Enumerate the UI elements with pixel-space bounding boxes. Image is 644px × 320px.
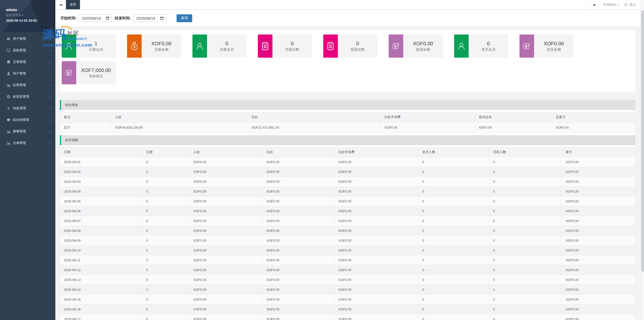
logout-button[interactable]: 退出 xyxy=(622,3,640,7)
table-cell: 0 xyxy=(142,177,190,187)
sidebar-item-4[interactable]: 运营管理‹ xyxy=(0,79,55,91)
sidebar-item-7[interactable]: 站内信管理‹ xyxy=(0,114,55,126)
table-cell: XOF0.00 xyxy=(562,226,635,236)
table-cell: XOF0.00 xyxy=(189,314,262,320)
table-row: 2025-08-090XOF0.00XOF0.00XOF0.0000XOF0.0… xyxy=(60,236,635,245)
table-cell: XOF0.00 xyxy=(263,314,335,320)
table-cell: 2025-08-16 xyxy=(60,304,142,314)
table-cell: 2025-08-13 xyxy=(60,275,142,285)
table-cell: XOF0.00 xyxy=(334,216,418,226)
table-cell: 0 xyxy=(142,216,190,226)
column-header: 盈亏 xyxy=(562,147,635,157)
table-cell: 2025-08-04 xyxy=(60,187,142,196)
globe-icon xyxy=(6,95,11,98)
stat-label: 充值次数 xyxy=(285,47,299,52)
table-cell: 2025-08-08 xyxy=(60,226,142,236)
table-cell: 0 xyxy=(142,226,190,236)
stat-value: 1 xyxy=(95,41,97,47)
stat-card-recharge-amount: XOF0.00充值金额 xyxy=(127,34,181,58)
start-date-value: 2025/08/14 xyxy=(82,16,101,20)
table-cell: 0 xyxy=(418,216,489,226)
table-cell: 0 xyxy=(418,265,489,275)
table-cell: 0 xyxy=(418,157,489,167)
table-cell: 0 xyxy=(142,275,190,285)
vertical-scrollbar-track[interactable] xyxy=(640,0,644,320)
sidebar-item-3[interactable]: 用户管理‹ xyxy=(0,68,55,79)
table-cell: XOF0.00 xyxy=(263,177,335,187)
table-cell: XOF0.00 xyxy=(263,236,335,245)
table-cell: 2025-08-11 xyxy=(60,255,142,265)
sidebar-item-2[interactable]: 文章管理‹ xyxy=(0,56,55,68)
vertical-scrollbar-thumb[interactable] xyxy=(641,10,644,272)
stat-label: 首充会员 xyxy=(481,47,496,52)
table-cell: XOF0.00 xyxy=(189,177,262,187)
table-cell: 0 xyxy=(489,245,562,255)
table-cell: XOF21,472,601.00 xyxy=(248,122,380,133)
sidebar: admin 超级管理员▾ 2025-08-14 02:10:03 用户管理系统管… xyxy=(0,0,55,320)
table-cell: XOF0.00 xyxy=(334,304,418,314)
profile-role-label: 超级管理员 xyxy=(6,13,21,17)
table-cell: XOF0.00 xyxy=(552,122,635,133)
table-row: 2025-08-130XOF0.00XOF0.00XOF0.0000XOF0.0… xyxy=(60,275,635,285)
sidebar-item-label: 用户管理 xyxy=(13,71,26,76)
table-cell: 0 xyxy=(489,196,562,206)
table-cell: XOF0.00 xyxy=(334,314,418,320)
stat-label: 首充金额 xyxy=(547,47,561,52)
table-cell: 0 xyxy=(489,236,562,245)
calendar-icon[interactable] xyxy=(106,16,109,20)
table-cell: XOF0.00 xyxy=(562,216,635,226)
sidebar-item-1[interactable]: 系统管理‹ xyxy=(0,45,55,56)
chevron-down-icon: ▾ xyxy=(617,3,619,6)
stat-label: 提现次数 xyxy=(351,47,365,52)
stats-panel: 1注册会员XOF0.00充值金额0充值会员0充值次数0提现次数XOF0.00提现… xyxy=(60,30,635,92)
table-cell: 0 xyxy=(489,275,562,285)
sidebar-item-6[interactable]: ¥转盘管理‹ xyxy=(0,102,55,114)
table-cell: 2025-08-15 xyxy=(60,295,142,304)
table-cell: XOF0.00 xyxy=(263,275,335,285)
table-cell: XOF0.00 xyxy=(263,216,335,226)
table-cell: 0 xyxy=(489,177,562,187)
member-icon xyxy=(62,34,76,58)
stat-card-body: XOF0.00充值金额 xyxy=(142,34,181,58)
table-cell: 1 xyxy=(142,285,190,295)
sidebar-item-0[interactable]: 用户管理 xyxy=(0,33,55,45)
table-cell: 2025-08-06 xyxy=(60,206,142,216)
table-cell: 0 xyxy=(489,314,562,320)
double-left-arrow-icon: ◀◀ xyxy=(59,4,62,6)
stat-card-valid-bets: XOF7,000.00有效投注 xyxy=(62,61,116,84)
sidebar-item-5[interactable]: 多语言管理‹ xyxy=(0,91,55,102)
collapse-tabs-left-button[interactable]: ◀◀ xyxy=(55,0,66,9)
column-header: 盘内总余 xyxy=(475,112,552,122)
start-date-input[interactable]: 2025/08/14 xyxy=(79,14,112,22)
table-row: 2025-08-040XOF0.00XOF0.00XOF0.0000XOF0.0… xyxy=(60,187,635,196)
table-cell: 0 xyxy=(142,255,190,265)
chevron-left-icon: ‹ xyxy=(50,141,51,145)
yen-edit-icon xyxy=(389,34,403,58)
table-cell: 2025-08-01 xyxy=(60,157,142,167)
clipboard-icon xyxy=(323,34,338,58)
summary-report-table: 备注入款出款出款手续费盘内总余总盈亏总计XOF54,929,229.00XOF2… xyxy=(60,112,635,133)
profile-role-dropdown[interactable]: 超级管理员▾ xyxy=(6,13,55,17)
table-cell: XOF0.00 xyxy=(334,177,418,187)
query-button[interactable]: 查询 xyxy=(177,14,192,22)
quick-actions-dropdown[interactable]: 常用操作▾ xyxy=(600,3,622,7)
sidebar-item-9[interactable]: 注单管理‹ xyxy=(0,137,55,149)
end-date-input[interactable]: 2025/08/14 xyxy=(133,14,166,22)
sidebar-item-8[interactable]: 赛事管理‹ xyxy=(0,126,55,137)
table-cell: XOF0.00 xyxy=(189,167,262,177)
calendar-icon[interactable] xyxy=(160,16,164,20)
stat-value: 0 xyxy=(356,41,359,47)
stat-label: 注册会员 xyxy=(89,47,103,52)
month-detail-title: 本月明细 xyxy=(65,138,78,143)
table-cell: 0 xyxy=(489,157,562,167)
scroll-tabs-right-button[interactable]: ▶▶ xyxy=(589,0,600,9)
table-cell: 0 xyxy=(418,285,489,295)
table-cell: XOF0.00 xyxy=(189,157,262,167)
user-icon xyxy=(6,72,11,75)
table-cell: 0 xyxy=(489,216,562,226)
table-cell: XOF0.00 xyxy=(334,295,418,304)
table-cell: XOF0.00 xyxy=(263,245,335,255)
tab-home[interactable]: 首页 xyxy=(66,0,80,9)
member-icon xyxy=(192,34,207,58)
table-cell: 0 xyxy=(418,314,489,320)
